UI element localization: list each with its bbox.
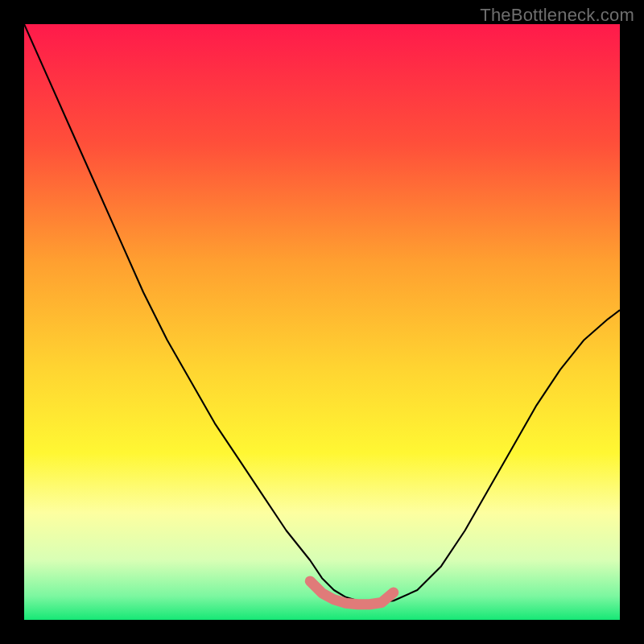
gradient-background <box>24 24 620 620</box>
watermark-text: TheBottleneck.com <box>480 5 634 26</box>
chart-stage: TheBottleneck.com <box>0 0 644 644</box>
chart-svg <box>24 24 620 620</box>
plot-area <box>24 24 620 620</box>
